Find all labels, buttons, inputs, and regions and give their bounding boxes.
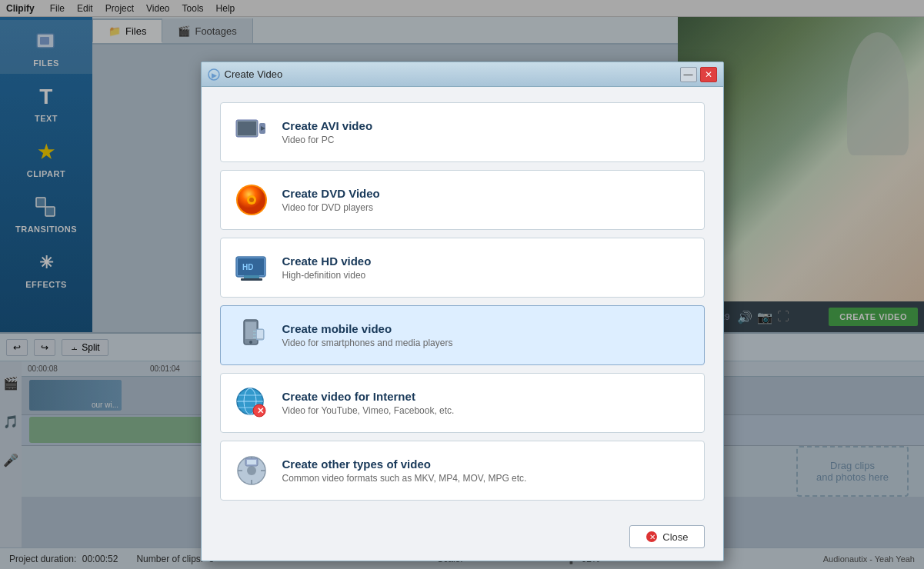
internet-desc: Video for YouTube, Vimeo, Facebook, etc.: [282, 405, 692, 416]
dvd-desc: Video for DVD players: [282, 202, 692, 213]
avi-option-text: Create AVI video Video for PC: [282, 119, 692, 145]
hd-icon: HD: [233, 249, 270, 286]
option-internet[interactable]: ✕ Create video for Internet Video for Yo…: [220, 373, 705, 433]
mobile-desc: Video for smartphones and media players: [282, 338, 692, 348]
other-title: Create other types of video: [282, 458, 692, 471]
svg-rect-26: [253, 337, 256, 338]
hd-title: Create HD video: [282, 255, 692, 268]
option-hd[interactable]: HD Create HD video High-definition video: [220, 238, 705, 298]
mobile-option-text: Create mobile video Video for smartphone…: [282, 322, 692, 348]
modal-controls: — ✕: [680, 67, 717, 82]
avi-desc: Video for PC: [282, 135, 692, 145]
svg-text:✕: ✕: [257, 406, 264, 415]
modal-overlay: ▶ Create Video — ✕: [0, 0, 924, 569]
svg-rect-37: [247, 460, 256, 464]
svg-point-21: [249, 341, 252, 344]
internet-icon: ✕: [233, 384, 270, 421]
option-mobile[interactable]: Create mobile video Video for smartphone…: [220, 305, 705, 365]
svg-rect-7: [238, 121, 256, 135]
svg-rect-25: [253, 334, 256, 335]
create-video-dialog: ▶ Create Video — ✕: [201, 62, 724, 561]
modal-minimize-button[interactable]: —: [680, 67, 697, 82]
svg-rect-23: [257, 330, 263, 338]
modal-close-button[interactable]: ✕: [700, 67, 717, 82]
dvd-icon: [233, 181, 270, 218]
dvd-option-text: Create DVD Video Video for DVD players: [282, 187, 692, 213]
modal-title: ▶ Create Video: [208, 68, 283, 81]
svg-rect-17: [241, 278, 262, 281]
avi-icon: [233, 114, 270, 151]
hd-desc: High-definition video: [282, 270, 692, 281]
svg-text:HD: HD: [242, 263, 253, 271]
modal-title-icon: ▶: [208, 68, 220, 81]
svg-text:✕: ✕: [649, 533, 655, 541]
svg-rect-24: [253, 331, 256, 332]
option-dvd[interactable]: Create DVD Video Video for DVD players: [220, 170, 705, 230]
modal-footer: ✕ Close: [202, 516, 723, 561]
close-icon: ✕: [645, 531, 658, 543]
other-desc: Common video formats such as MKV, MP4, M…: [282, 473, 692, 484]
svg-point-35: [247, 466, 256, 475]
svg-text:▶: ▶: [212, 72, 217, 79]
other-icon: [233, 452, 270, 489]
other-option-text: Create other types of video Common video…: [282, 458, 692, 484]
option-other[interactable]: Create other types of video Common video…: [220, 441, 705, 501]
hd-option-text: Create HD video High-definition video: [282, 255, 692, 281]
mobile-title: Create mobile video: [282, 322, 692, 335]
close-dialog-button[interactable]: ✕ Close: [629, 525, 704, 548]
internet-title: Create video for Internet: [282, 390, 692, 403]
svg-rect-16: [244, 275, 259, 278]
dvd-title: Create DVD Video: [282, 187, 692, 200]
modal-body: Create AVI video Video for PC: [202, 87, 723, 516]
modal-titlebar: ▶ Create Video — ✕: [202, 62, 723, 87]
mobile-icon: [233, 317, 270, 354]
option-avi[interactable]: Create AVI video Video for PC: [220, 102, 705, 162]
internet-option-text: Create video for Internet Video for YouT…: [282, 390, 692, 416]
avi-title: Create AVI video: [282, 119, 692, 132]
svg-point-13: [249, 198, 254, 202]
